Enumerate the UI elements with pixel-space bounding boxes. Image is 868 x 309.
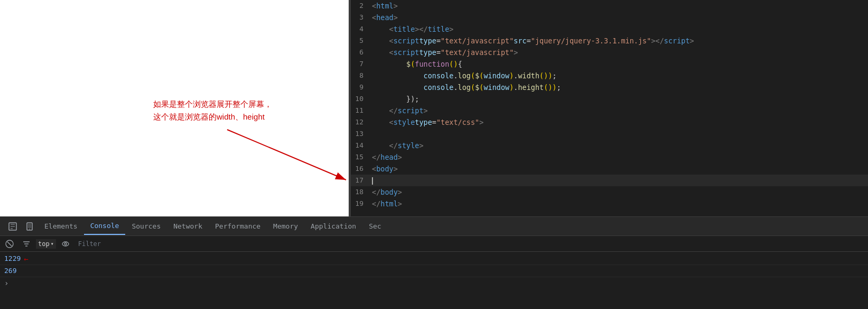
code-line-8: 8 console.log($(window).width()); (351, 70, 868, 81)
line-content: </style> (372, 140, 424, 151)
line-number: 17 (351, 175, 372, 186)
tab-performance[interactable]: Performance (209, 218, 267, 234)
line-content: <styletype="text/css"> (372, 116, 483, 128)
clear-console-icon[interactable] (2, 238, 17, 250)
tab-application[interactable]: Application (304, 218, 362, 234)
code-line-16: 16<body> (351, 163, 868, 175)
filter-icon[interactable] (19, 238, 34, 250)
console-prompt-line[interactable]: › (0, 277, 868, 289)
context-value: top (38, 240, 50, 248)
line-number: 5 (351, 35, 372, 47)
line-content: }); (372, 93, 419, 105)
line-number: 19 (351, 198, 372, 210)
line-content: <title></title> (372, 23, 453, 35)
line-content: </script> (372, 105, 428, 116)
code-line-12: 12 <styletype="text/css"> (351, 116, 868, 128)
console-value-1229: 1229 (4, 253, 21, 264)
line-content (372, 175, 373, 186)
line-content: <html> (372, 0, 398, 12)
code-line-14: 14 </style> (351, 140, 868, 151)
code-line-4: 4 <title></title> (351, 23, 868, 35)
context-selector[interactable]: top ▾ (36, 239, 56, 249)
line-number: 14 (351, 140, 372, 151)
code-line-17: 17 (351, 175, 868, 186)
code-line-13: 13 (351, 128, 868, 140)
tab-console[interactable]: Console (84, 217, 126, 235)
code-line-11: 11 </script> (351, 105, 868, 116)
tab-network[interactable]: Network (167, 218, 209, 234)
devtools-icon-inspect[interactable] (4, 220, 21, 233)
line-number: 11 (351, 105, 372, 116)
line-number: 8 (351, 70, 372, 81)
line-content: <scripttype="text/javascript"> (372, 47, 518, 58)
code-line-18: 18</body> (351, 186, 868, 198)
code-line-3: 3<head> (351, 12, 868, 23)
code-line-6: 6 <scripttype="text/javascript"> (351, 47, 868, 58)
tab-elements[interactable]: Elements (38, 218, 84, 234)
code-panel: 2<html>3<head>4 <title></title>5 <script… (351, 0, 868, 216)
line-number: 18 (351, 186, 372, 198)
console-filter-input[interactable] (75, 239, 866, 249)
line-number: 15 (351, 151, 372, 163)
line-number: 3 (351, 12, 372, 23)
line-number: 7 (351, 58, 372, 70)
devtools-panel: Elements Console Sources Network Perform… (0, 216, 868, 309)
tab-sources[interactable]: Sources (125, 218, 167, 234)
console-line-1229: 1229 ← (0, 253, 868, 265)
svg-point-8 (62, 242, 69, 246)
line-content: </head> (372, 151, 402, 163)
line-number: 12 (351, 116, 372, 128)
console-line-269: 269 (0, 265, 868, 277)
line-number: 10 (351, 93, 372, 105)
line-number: 9 (351, 81, 372, 93)
line-content: <scripttype="text/javascript"src="jquery… (372, 35, 694, 47)
tab-security[interactable]: Sec (362, 218, 387, 234)
svg-line-7 (7, 242, 12, 246)
console-value-269: 269 (4, 266, 16, 276)
line-number: 2 (351, 0, 372, 12)
code-line-9: 9 console.log($(window).height()); (351, 81, 868, 93)
devtools-icon-device[interactable] (21, 220, 38, 233)
annotation: 如果是整个浏览器展开整个屏幕， 这个就是浏览器的width、height (153, 98, 272, 123)
text-cursor (372, 177, 373, 185)
line-content: </body> (372, 186, 402, 198)
line-content: console.log($(window).width()); (372, 70, 557, 81)
svg-line-1 (227, 130, 346, 180)
code-line-15: 15</head> (351, 151, 868, 163)
code-line-5: 5 <scripttype="text/javascript"src="jque… (351, 35, 868, 47)
dropdown-arrow-icon: ▾ (51, 241, 54, 247)
line-number: 4 (351, 23, 372, 35)
line-content: </html> (372, 198, 402, 210)
annotation-line2: 这个就是浏览器的width、height (153, 111, 272, 123)
line-number: 16 (351, 163, 372, 175)
code-line-2: 2<html> (351, 0, 868, 12)
line-content: console.log($(window).height()); (372, 81, 561, 93)
tab-memory[interactable]: Memory (267, 218, 304, 234)
console-arrow-1: ← (24, 253, 28, 264)
annotation-line1: 如果是整个浏览器展开整个屏幕， (153, 98, 272, 111)
eye-icon[interactable] (58, 238, 73, 250)
code-line-7: 7 $(function(){ (351, 58, 868, 70)
svg-point-9 (64, 243, 67, 245)
code-line-10: 10 }); (351, 93, 868, 105)
devtools-tabs-bar: Elements Console Sources Network Perform… (0, 217, 868, 236)
prompt-caret-icon: › (4, 278, 8, 288)
code-lines: 2<html>3<head>4 <title></title>5 <script… (351, 0, 868, 210)
line-number: 13 (351, 128, 372, 140)
svg-point-5 (29, 229, 30, 230)
left-panel: 如果是整个浏览器展开整个屏幕， 这个就是浏览器的width、height (0, 0, 349, 216)
console-output: 1229 ← 269 › (0, 252, 868, 309)
line-content: $(function(){ (372, 58, 462, 70)
svg-rect-4 (28, 224, 31, 228)
console-toolbar: top ▾ (0, 236, 868, 252)
line-content: <head> (372, 12, 398, 23)
line-content: <body> (372, 163, 398, 175)
code-line-19: 19</html> (351, 198, 868, 210)
line-number: 6 (351, 47, 372, 58)
main-area: 如果是整个浏览器展开整个屏幕， 这个就是浏览器的width、height 2<h… (0, 0, 868, 216)
